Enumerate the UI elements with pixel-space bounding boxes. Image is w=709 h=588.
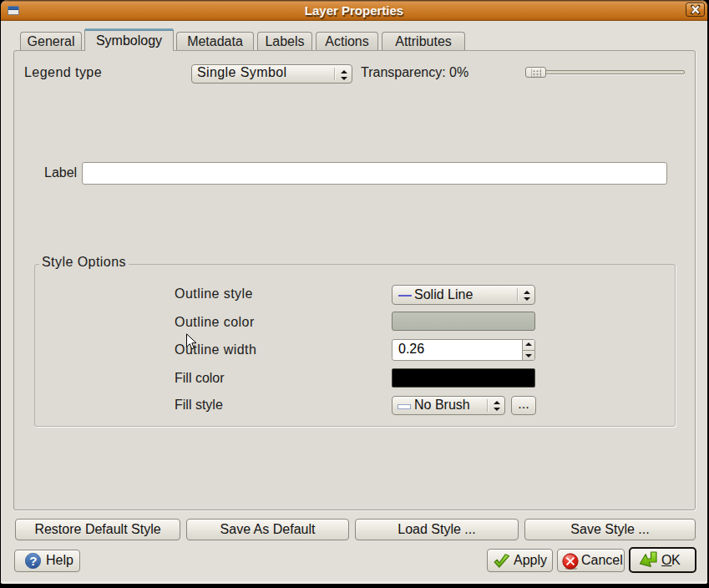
svg-text:?: ? (29, 554, 37, 568)
